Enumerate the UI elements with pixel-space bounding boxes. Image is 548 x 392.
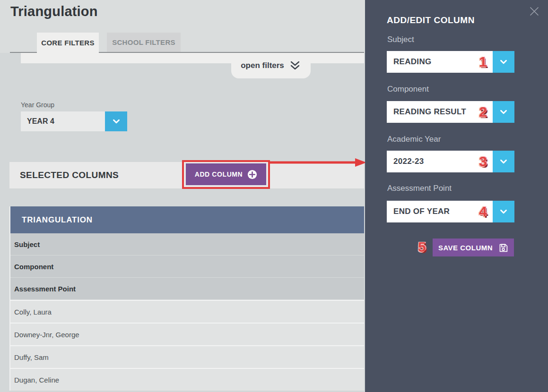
- component-dropdown[interactable]: READING RESULT 2: [387, 101, 514, 123]
- row-label: Assessment Point: [14, 285, 76, 293]
- table-row-subject: Subject: [10, 233, 364, 256]
- assessment-point-value-text: END OF YEAR: [393, 207, 450, 216]
- student-name: Dugan, Celine: [14, 376, 59, 384]
- student-name: Downey-Jnr, George: [14, 331, 79, 339]
- annotation-step-1: 1: [479, 55, 487, 69]
- academic-year-label: Academic Year: [387, 135, 441, 144]
- add-column-button[interactable]: ADD COLUMN: [186, 163, 266, 185]
- year-group-value: YEAR 4: [21, 111, 105, 131]
- plus-circle-icon: [247, 170, 257, 179]
- add-edit-column-panel: ADD/EDIT COLUMN Subject READING 1 Compon…: [365, 0, 548, 392]
- page-title: Triangulation: [10, 4, 98, 19]
- save-column-button[interactable]: SAVE COLUMN: [433, 239, 514, 256]
- chevron-down-icon[interactable]: [493, 151, 514, 172]
- academic-year-value-text: 2022-23: [393, 157, 424, 166]
- year-group-value-text: YEAR 4: [27, 117, 54, 126]
- chevron-down-icon[interactable]: [105, 111, 127, 131]
- annotation-step-2: 2: [479, 105, 487, 119]
- component-value: READING RESULT 2: [387, 101, 493, 123]
- triangulation-table: TRIANGULATION Subject Component Assessme…: [9, 206, 364, 391]
- component-label: Component: [387, 85, 429, 94]
- table-title: TRIANGULATION: [22, 215, 93, 225]
- tab-core-filters[interactable]: CORE FILTERS: [37, 33, 99, 63]
- table-row-student: Colly, Laura: [10, 300, 364, 323]
- year-group-dropdown[interactable]: YEAR 4: [21, 111, 127, 131]
- annotation-step-4: 4: [479, 205, 487, 219]
- double-chevron-down-icon: [289, 60, 301, 71]
- table-row-student: Dugan, Celine: [10, 368, 364, 391]
- tab-school-filters[interactable]: SCHOOL FILTERS: [107, 33, 181, 52]
- subject-dropdown[interactable]: READING 1: [387, 51, 514, 73]
- row-label: Subject: [14, 240, 40, 248]
- open-filters-label: open filters: [241, 61, 284, 70]
- save-icon: [498, 243, 508, 253]
- academic-year-dropdown[interactable]: 2022-23 3: [387, 151, 514, 172]
- table-row-component: Component: [10, 256, 364, 278]
- panel-title: ADD/EDIT COLUMN: [387, 15, 475, 26]
- assessment-point-label: Assessment Point: [387, 184, 452, 193]
- subject-label: Subject: [387, 35, 414, 44]
- save-column-label: SAVE COLUMN: [438, 244, 493, 252]
- assessment-point-dropdown[interactable]: END OF YEAR 4: [387, 201, 514, 222]
- chevron-down-icon[interactable]: [493, 201, 514, 222]
- annotation-step-3: 3: [479, 154, 487, 169]
- year-group-label: Year Group: [21, 101, 54, 109]
- table-row-student: Duffy, Sam: [10, 345, 364, 368]
- subject-value: READING 1: [387, 51, 493, 73]
- table-row-assessment-point: Assessment Point: [10, 278, 364, 300]
- close-icon[interactable]: [529, 6, 540, 17]
- student-name: Colly, Laura: [14, 308, 52, 316]
- table-title-bar: TRIANGULATION: [10, 206, 364, 233]
- assessment-point-value: END OF YEAR 4: [387, 201, 493, 222]
- add-column-label: ADD COLUMN: [195, 170, 243, 178]
- academic-year-value: 2022-23 3: [387, 151, 493, 172]
- selected-columns-heading: SELECTED COLUMNS: [20, 170, 119, 180]
- table-row-student: Downey-Jnr, George: [10, 323, 364, 345]
- student-name: Duffy, Sam: [14, 353, 49, 361]
- row-label: Component: [14, 263, 53, 271]
- annotation-step-5: 5: [418, 240, 426, 254]
- open-filters-button[interactable]: open filters: [231, 53, 311, 78]
- chevron-down-icon[interactable]: [493, 51, 514, 73]
- component-value-text: READING RESULT: [393, 107, 466, 117]
- chevron-down-icon[interactable]: [493, 101, 514, 123]
- subject-value-text: READING: [393, 57, 432, 67]
